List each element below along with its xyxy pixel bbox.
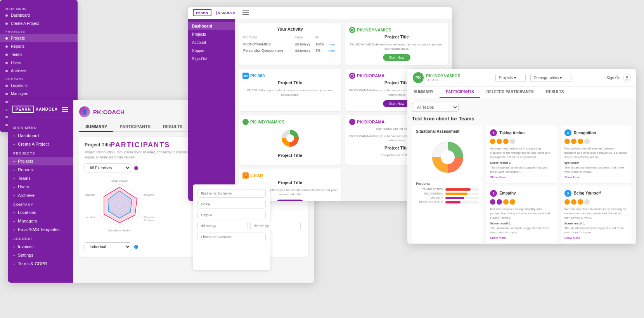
recognition-show-more[interactable]: Show More xyxy=(564,176,628,179)
signout-button[interactable]: Sign Out xyxy=(606,74,631,82)
dot1 xyxy=(490,139,495,144)
svg-point-14 xyxy=(351,74,354,77)
r-dot1 xyxy=(564,139,570,144)
more-link[interactable]: more xyxy=(328,42,337,47)
being-yourself-fill xyxy=(445,201,460,203)
recognition-label: RECOGNITION xyxy=(416,192,443,195)
rmenu-teams[interactable]: Teams xyxy=(0,50,78,59)
office-field[interactable] xyxy=(197,200,266,209)
recognition-score1: 5yciunder xyxy=(564,161,628,165)
table-row: PK:INDYNAMICS dd.mm.yy 100% more xyxy=(243,42,337,47)
rmenu-archieve[interactable]: Archieve xyxy=(0,67,78,75)
e-dot1 xyxy=(490,199,495,205)
dashboard-logo: PEARN xyxy=(193,9,211,16)
taking-action-text: An important behaviour in supporting inc… xyxy=(490,146,553,160)
recognition-text: Recognising the differences between incl… xyxy=(564,146,628,160)
tool-pct: 100% xyxy=(315,42,327,47)
recognition-dots xyxy=(564,139,628,144)
r-tab-results[interactable]: RESULTS xyxy=(540,87,570,98)
nav-account[interactable]: Account xyxy=(188,38,235,47)
ilead-start-btn[interactable]: Start Now xyxy=(276,200,304,201)
empathy-label: EMPATHY xyxy=(416,196,443,199)
being-yourself-show-more[interactable]: Show More xyxy=(564,236,628,240)
tab-participants[interactable]: PARTICIPANTS xyxy=(113,122,157,132)
pk360-brand: PK:360 xyxy=(250,73,265,78)
projects-dropdown[interactable]: Projects ▾ xyxy=(495,74,526,82)
facilitator-field[interactable] xyxy=(197,233,266,241)
sidebar-item-projects[interactable]: Projects xyxy=(8,157,73,165)
sidebar-item-create-project[interactable]: Create A Project xyxy=(8,140,73,148)
indynamics-card: PK:INDYNAMICS Project Title PK:INDYNAMIC… xyxy=(345,23,448,65)
sidebar-item-archieve[interactable]: Archieve xyxy=(8,191,73,200)
rmenu-dot-projects xyxy=(5,37,8,40)
more-link2[interactable]: more xyxy=(328,48,337,53)
being-yourself-track xyxy=(445,201,479,203)
all-teams-dropdown[interactable]: All Teams xyxy=(412,103,459,112)
firstname-surname-field[interactable] xyxy=(197,189,266,198)
dashboard-sidebar: Dashboard Projects Account Support Sign-… xyxy=(188,19,235,201)
org-field[interactable] xyxy=(197,211,266,219)
rmenu-create-project[interactable]: Create A Project xyxy=(0,19,78,28)
dashboard-hamburger[interactable] xyxy=(242,10,249,15)
ilead-icon: 🎯 xyxy=(242,172,249,179)
empathy-show-more[interactable]: Show More xyxy=(490,236,553,240)
rmenu-projects[interactable]: Projects xyxy=(0,34,78,42)
finish-date-field[interactable] xyxy=(250,222,301,230)
empathy-card: 3 Empathy Inclusion involves using empat… xyxy=(486,186,557,243)
dot2 xyxy=(497,139,502,144)
e-dot2 xyxy=(497,199,502,205)
nav-dashboard[interactable]: Dashboard xyxy=(188,22,235,30)
rmenu-users[interactable]: Users xyxy=(0,59,78,67)
hamburger-icon[interactable] xyxy=(62,107,68,112)
svg-point-16 xyxy=(286,134,294,142)
sidebar-item-dashboard[interactable]: Dashboard xyxy=(8,131,73,140)
e-dot4 xyxy=(510,199,515,205)
svg-point-17 xyxy=(626,76,628,78)
rmenu-dashboard[interactable]: Dashboard xyxy=(0,11,78,19)
r-tab-participants[interactable]: PARTICIPANTS xyxy=(440,87,480,98)
rmenu-dot-dashboard xyxy=(5,14,8,17)
sidebar-item-invoices[interactable]: Invoices xyxy=(8,242,73,251)
sidebar-item-settings[interactable]: Settings xyxy=(8,251,73,259)
projects-label: PROJECTS xyxy=(8,148,73,157)
start-date-field[interactable] xyxy=(197,222,248,230)
sidebar-item-terms[interactable]: Terms & GDPR xyxy=(8,259,73,268)
sidebar-item-reports[interactable]: Reports xyxy=(8,165,73,174)
recognition-track xyxy=(445,193,479,195)
rmenu-locations[interactable]: Locations xyxy=(0,82,78,90)
rmenu-reports[interactable]: Reports xyxy=(0,42,78,50)
nav-support[interactable]: Support xyxy=(188,47,235,55)
by-dot4 xyxy=(584,199,590,205)
sidebar-item-teams[interactable]: Teams xyxy=(8,174,73,182)
svg-point-13 xyxy=(351,28,354,31)
taking-action-analysis: The situational analysis suggests that y… xyxy=(490,165,553,174)
diorama1-start-btn[interactable]: Start Now xyxy=(383,100,411,107)
individual-dropdown[interactable]: Individual xyxy=(85,242,131,251)
sidebar-item-locations[interactable]: Locations xyxy=(8,208,73,217)
persona-title: Persona xyxy=(416,182,479,186)
table-row: Personality Questionnaire dd.mm.yy 3% mo… xyxy=(243,48,337,53)
results-tabs-bar: SUMMARY PARTICIPANTS DELETED PARTICIPANT… xyxy=(407,87,636,98)
taking-action-show-more[interactable]: Show More xyxy=(490,176,553,179)
kandola-logo: KANDOLA xyxy=(36,107,58,111)
pk360-card: 360 PK:360 Project Title Pk:360 defines … xyxy=(239,69,341,111)
indynamics-start-btn[interactable]: Start Now xyxy=(383,54,411,61)
exercise-dropdown[interactable]: All Exercises xyxy=(85,163,131,172)
sidebar-item-email-templates[interactable]: Email/SMS Templates xyxy=(8,225,73,234)
nav-signout[interactable]: Sign-Out xyxy=(188,55,235,63)
by-dot1 xyxy=(564,199,570,205)
tab-summary[interactable]: SUMMARY xyxy=(79,122,113,132)
sidebar-item-managers[interactable]: Managers xyxy=(8,217,73,225)
tab-results[interactable]: RESULTS xyxy=(157,122,189,132)
r-dot3 xyxy=(578,139,583,144)
rmenu-managers[interactable]: Managers xyxy=(0,90,78,98)
r-tab-summary[interactable]: SUMMARY xyxy=(407,87,440,98)
sidebar-item-users[interactable]: Users xyxy=(8,182,73,191)
nav-projects[interactable]: Projects xyxy=(188,30,235,38)
r-tab-deleted-participants[interactable]: DELETED PARTICIPANTS xyxy=(480,87,540,98)
rmenu-dot-archieve xyxy=(5,70,8,72)
results-header-bar: PK PK:INDYNAMICS TEAMS Projects ▾ Demogr… xyxy=(407,69,636,87)
being-yourself-header: 3 Being Yourself xyxy=(564,190,628,197)
rmenu-dot-teams xyxy=(5,54,8,56)
demographics-dropdown[interactable]: Demographics ▾ xyxy=(530,74,571,82)
